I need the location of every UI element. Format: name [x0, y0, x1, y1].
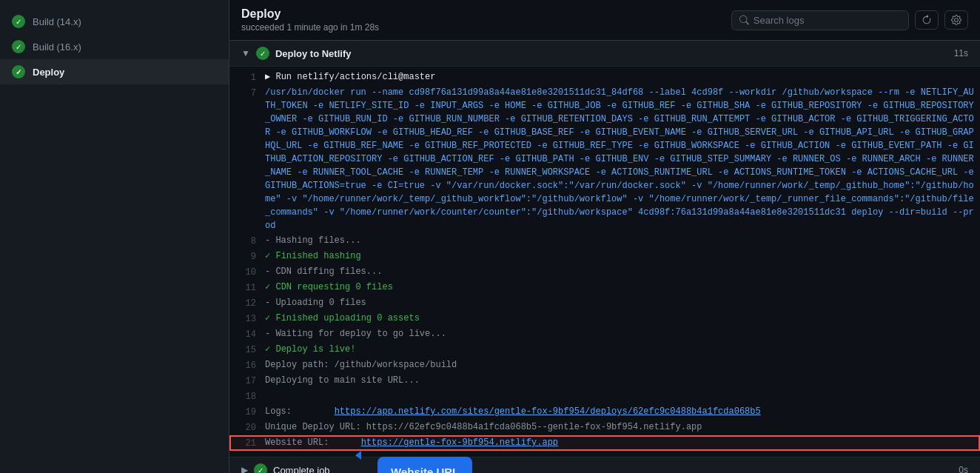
- page-title: Deploy: [241, 7, 379, 21]
- line-number: 19: [229, 405, 265, 419]
- line-text: ▶ Run netlify/actions/cli@master: [265, 70, 974, 84]
- line-number: 15: [229, 343, 265, 357]
- line-text: - Waiting for deploy to go live...: [265, 327, 974, 341]
- search-icon: [739, 15, 749, 25]
- line-text: Logs: https://app.netlify.com/sites/gent…: [265, 405, 974, 418]
- header-right: [731, 10, 968, 30]
- sidebar-item-label-deploy: Deploy: [33, 67, 64, 78]
- log-line: 1 ▶ Run netlify/actions/cli@master: [229, 70, 980, 85]
- sidebar-item-deploy[interactable]: ✓ Deploy: [0, 59, 229, 84]
- section-header-left: ▼ ✓ Deploy to Netlify: [241, 47, 351, 60]
- log-line: 15 ✓ Deploy is live!: [229, 342, 980, 358]
- check-icon-deploy: ✓: [12, 65, 25, 78]
- sidebar-item-label-build-16: Build (16.x): [33, 41, 81, 53]
- line-text: - Hashing files...: [265, 234, 974, 247]
- log-line: 13 ✓ Finished uploading 0 assets: [229, 311, 980, 326]
- line-number: 21: [229, 436, 265, 450]
- log-line: 20 Unique Deploy URL: https://62efc9c048…: [229, 420, 980, 435]
- line-text: ✓ Deploy is live!: [265, 343, 974, 356]
- log-line-website-url: 21 Website URL: https://gentle-fox-9bf95…: [229, 435, 980, 451]
- line-text: Website URL: https://gentle-fox-9bf954.n…: [265, 436, 974, 449]
- header-left: Deploy succeeded 1 minute ago in 1m 28s: [241, 7, 379, 33]
- log-line: 9 ✓ Finished hashing: [229, 249, 980, 264]
- website-url-link[interactable]: https://gentle-fox-9bf954.netlify.app: [361, 437, 558, 448]
- logs-link[interactable]: https://app.netlify.com/sites/gentle-fox…: [335, 406, 761, 417]
- sidebar-item-label-build-14: Build (14.x): [33, 16, 81, 27]
- refresh-icon: [922, 15, 932, 25]
- refresh-button[interactable]: [915, 10, 939, 30]
- settings-button[interactable]: [944, 10, 968, 30]
- complete-job-left: ▶ ✓ Complete job: [241, 463, 330, 473]
- check-icon-build-16: ✓: [12, 40, 25, 53]
- line-number: 1: [229, 70, 265, 84]
- complete-job-label: Complete job: [273, 465, 330, 474]
- search-box[interactable]: [731, 10, 909, 30]
- log-content: 1 ▶ Run netlify/actions/cli@master 7 /us…: [229, 67, 980, 454]
- line-number: 10: [229, 265, 265, 279]
- log-line: 7 /usr/bin/docker run --name cd98f76a131…: [229, 85, 980, 233]
- log-line: 17 Deploying to main site URL...: [229, 373, 980, 389]
- line-text: Unique Deploy URL: https://62efc9c0488b4…: [265, 420, 974, 434]
- log-line: 8 - Hashing files...: [229, 233, 980, 249]
- line-number: 11: [229, 281, 265, 295]
- section-check-icon: ✓: [256, 47, 269, 60]
- chevron-down-icon: ▼: [241, 48, 250, 58]
- line-text: ✓ Finished hashing: [265, 249, 974, 263]
- line-number: 16: [229, 358, 265, 372]
- search-input[interactable]: [754, 15, 901, 26]
- website-url-tooltip: Website URL: [377, 457, 472, 474]
- complete-job-time: 0s: [959, 465, 968, 473]
- gear-icon: [951, 15, 961, 25]
- deploy-section-header[interactable]: ▼ ✓ Deploy to Netlify 11s: [229, 41, 980, 67]
- sidebar-item-build-14[interactable]: ✓ Build (14.x): [0, 9, 229, 34]
- tooltip-label: Website URL: [391, 466, 459, 474]
- main-content: Deploy succeeded 1 minute ago in 1m 28s: [229, 0, 980, 473]
- check-icon-build-14: ✓: [12, 15, 25, 28]
- line-number: 9: [229, 249, 265, 264]
- log-line: 11 ✓ CDN requesting 0 files: [229, 280, 980, 295]
- header-subtitle: succeeded 1 minute ago in 1m 28s: [241, 22, 379, 33]
- line-number: 12: [229, 296, 265, 310]
- line-text: - CDN diffing files...: [265, 265, 974, 278]
- line-number: 18: [229, 389, 265, 403]
- line-text: Deploy path: /github/workspace/build: [265, 358, 974, 372]
- line-number: 14: [229, 327, 265, 341]
- section-time: 11s: [954, 48, 968, 58]
- log-line: 16 Deploy path: /github/workspace/build: [229, 358, 980, 373]
- log-line: 19 Logs: https://app.netlify.com/sites/g…: [229, 404, 980, 420]
- line-text: /usr/bin/docker run --name cd98f76a131d9…: [265, 86, 974, 232]
- line-number: 17: [229, 374, 265, 388]
- log-area: ▼ ✓ Deploy to Netlify 11s 1 ▶ Run netlif…: [229, 41, 980, 473]
- complete-job-section[interactable]: ▶ ✓ Complete job 0s: [229, 457, 980, 473]
- line-number: 7: [229, 86, 265, 100]
- line-text: - Uploading 0 files: [265, 296, 974, 309]
- line-text: ✓ CDN requesting 0 files: [265, 281, 974, 294]
- log-line: 14 - Waiting for deploy to go live...: [229, 326, 980, 342]
- log-line: 18: [229, 389, 980, 404]
- complete-job-check-icon: ✓: [254, 463, 267, 473]
- chevron-right-icon: ▶: [241, 465, 248, 473]
- log-line: 12 - Uploading 0 files: [229, 295, 980, 311]
- line-text: ✓ Finished uploading 0 assets: [265, 312, 974, 325]
- log-line: 10 - CDN diffing files...: [229, 264, 980, 280]
- sidebar-item-build-16[interactable]: ✓ Build (16.x): [0, 34, 229, 59]
- line-number: 20: [229, 420, 265, 435]
- sidebar: ✓ Build (14.x) ✓ Build (16.x) ✓ Deploy: [0, 0, 229, 473]
- line-number: 8: [229, 234, 265, 248]
- line-number: 13: [229, 312, 265, 326]
- line-text: Deploying to main site URL...: [265, 374, 974, 387]
- section-title: Deploy to Netlify: [275, 48, 352, 59]
- header: Deploy succeeded 1 minute ago in 1m 28s: [229, 0, 980, 41]
